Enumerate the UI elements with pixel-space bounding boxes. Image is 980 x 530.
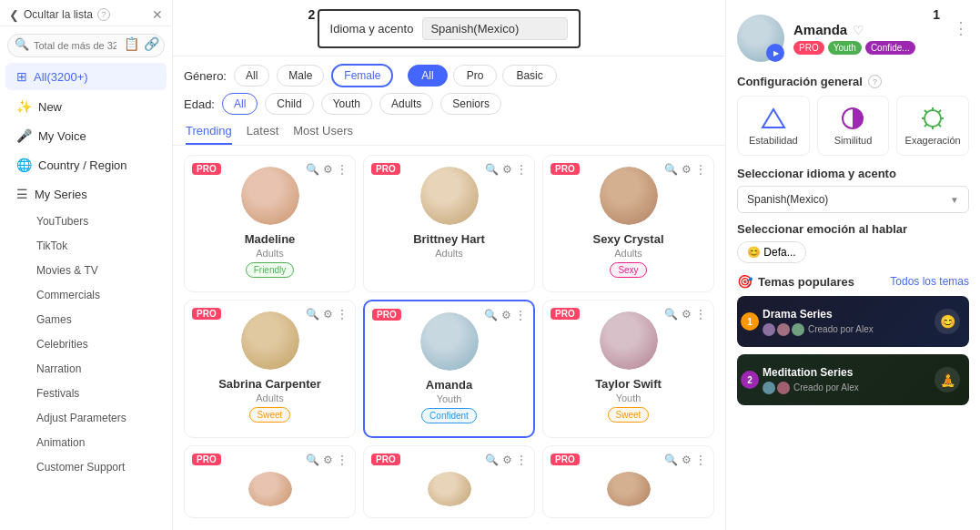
voice-age: Youth xyxy=(616,392,642,403)
age-all-btn[interactable]: All xyxy=(222,93,258,115)
panel-more-button[interactable]: ⋮ xyxy=(953,18,969,38)
voice-card-sexy-crystal[interactable]: PRO 🔍 ⚙ ⋮ Sexy Crystal Adults Sexy xyxy=(542,155,714,292)
age-adults-btn[interactable]: Adults xyxy=(379,93,433,115)
popular-icon: 🎯 xyxy=(737,274,753,289)
search-card-icon[interactable]: 🔍 xyxy=(664,163,678,176)
sidebar-sub-customer-support[interactable]: Customer Support xyxy=(5,455,167,478)
avatar xyxy=(420,167,479,225)
search-card-icon[interactable]: 🔍 xyxy=(485,454,499,466)
search-card-icon[interactable]: 🔍 xyxy=(664,454,678,466)
hide-list-button[interactable]: ❮ Ocultar la lista ? xyxy=(9,8,110,22)
play-button[interactable]: ▶ xyxy=(766,44,784,62)
type-basic-btn[interactable]: Basic xyxy=(502,65,556,87)
lang-select[interactable]: Spanish(Mexico) English(US) English(UK) … xyxy=(422,17,568,40)
pro-badge: PRO xyxy=(551,308,580,320)
ver-todos-link[interactable]: Todos los temas xyxy=(890,275,969,288)
sidebar-item-all[interactable]: ⊞ All(3200+) xyxy=(5,63,167,90)
voice-card-madeline[interactable]: PRO 🔍 ⚙ ⋮ Madeline Adults Friendly xyxy=(184,155,356,292)
sidebar-sub-tiktok[interactable]: TikTok xyxy=(5,234,167,257)
globe-icon: 🌐 xyxy=(16,158,32,172)
search-card-icon[interactable]: 🔍 xyxy=(306,163,319,176)
link-icon[interactable]: 🔗 xyxy=(144,36,159,51)
settings-card-icon[interactable]: ⚙ xyxy=(502,163,512,176)
sidebar-sub-celebrities[interactable]: Celebrities xyxy=(5,332,167,355)
more-card-icon[interactable]: ⋮ xyxy=(695,308,706,321)
config-stability[interactable]: Estabilidad xyxy=(737,96,810,156)
more-card-icon[interactable]: ⋮ xyxy=(337,454,348,466)
search-icon: 🔍 xyxy=(15,37,29,51)
sidebar-sub-festivals[interactable]: Festivals xyxy=(5,382,167,404)
sidebar-sub-animation[interactable]: Animation xyxy=(5,431,167,454)
search-card-icon[interactable]: 🔍 xyxy=(484,309,498,321)
sidebar-item-new[interactable]: ✨ New xyxy=(5,93,167,120)
settings-card-icon[interactable]: ⚙ xyxy=(682,308,692,321)
age-seniors-btn[interactable]: Seniors xyxy=(440,93,501,115)
settings-card-icon[interactable]: ⚙ xyxy=(323,308,333,321)
settings-card-icon[interactable]: ⚙ xyxy=(502,454,512,466)
settings-card-icon[interactable]: ⚙ xyxy=(682,454,692,466)
sidebar-sub-movies-tv[interactable]: Movies & TV xyxy=(5,259,167,281)
lang-dropdown[interactable]: Spanish(Mexico) ▼ xyxy=(737,186,969,213)
voice-tag: Friendly xyxy=(246,262,295,278)
more-card-icon[interactable]: ⋮ xyxy=(337,308,348,321)
type-pro-btn[interactable]: Pro xyxy=(453,65,498,87)
gender-male-btn[interactable]: Male xyxy=(277,65,324,87)
pro-badge: PRO xyxy=(371,454,400,465)
settings-card-icon[interactable]: ⚙ xyxy=(501,309,511,321)
sidebar-item-my-voice[interactable]: 🎤 My Voice xyxy=(5,122,167,149)
voice-card-taylor-swift[interactable]: PRO 🔍 ⚙ ⋮ Taylor Swift Youth Sweet xyxy=(542,300,714,439)
tab-trending[interactable]: Trending xyxy=(186,124,232,145)
upload-icon[interactable]: 📋 xyxy=(124,36,139,51)
config-exaggeration[interactable]: Exageración xyxy=(896,96,969,156)
settings-card-icon[interactable]: ⚙ xyxy=(682,163,692,176)
gender-all-btn[interactable]: All xyxy=(234,65,269,87)
pro-badge: PRO xyxy=(372,309,401,321)
more-card-icon[interactable]: ⋮ xyxy=(516,454,527,466)
sidebar-sub-games[interactable]: Games xyxy=(5,308,167,331)
search-card-icon[interactable]: 🔍 xyxy=(485,163,499,176)
sidebar-sub-narration[interactable]: Narration xyxy=(5,357,167,380)
tag-confide: Confide... xyxy=(865,41,915,55)
voice-card-sabrina[interactable]: PRO 🔍 ⚙ ⋮ Sabrina Carpenter Adults Sweet xyxy=(184,300,356,439)
more-card-icon[interactable]: ⋮ xyxy=(695,454,706,466)
sidebar-item-my-series[interactable]: ☰ My Series xyxy=(5,180,167,208)
type-all-btn[interactable]: All xyxy=(408,65,447,87)
more-card-icon[interactable]: ⋮ xyxy=(695,163,706,176)
tab-latest[interactable]: Latest xyxy=(247,124,278,145)
sidebar-sub-youtubers[interactable]: YouTubers xyxy=(5,209,167,232)
more-card-icon[interactable]: ⋮ xyxy=(515,309,526,321)
heart-icon[interactable]: ♡ xyxy=(853,23,864,37)
series-meditation-icon: 🧘 xyxy=(935,367,960,392)
series-card-drama[interactable]: 1 Drama Series Creado por Alex 😊 xyxy=(737,296,969,347)
sidebar-item-country-region[interactable]: 🌐 Country / Region xyxy=(5,151,167,178)
voice-age: Adults xyxy=(256,392,284,403)
voice-card-bottom1[interactable]: PRO 🔍 ⚙ ⋮ xyxy=(184,445,356,518)
similarity-icon xyxy=(840,106,865,131)
settings-card-icon[interactable]: ⚙ xyxy=(323,454,333,466)
close-button[interactable]: ✕ xyxy=(152,7,163,22)
voice-card-amanda[interactable]: PRO 🔍 ⚙ ⋮ Amanda Youth Confident xyxy=(363,300,535,439)
search-card-icon[interactable]: 🔍 xyxy=(664,308,678,321)
voice-card-bottom3[interactable]: PRO 🔍 ⚙ ⋮ xyxy=(542,445,714,518)
avatar xyxy=(241,311,299,370)
series-num-1: 1 xyxy=(741,312,759,331)
sidebar-sub-commercials[interactable]: Commercials xyxy=(5,283,167,306)
age-child-btn[interactable]: Child xyxy=(265,93,313,115)
config-section-title: Configuración general xyxy=(737,75,863,88)
voice-card-brittney[interactable]: PRO 🔍 ⚙ ⋮ Brittney Hart Adults xyxy=(363,155,535,292)
series-card-meditation[interactable]: 2 Meditation Series Creado por Alex 🧘 xyxy=(737,354,969,405)
search-card-icon[interactable]: 🔍 xyxy=(306,454,319,466)
config-similarity[interactable]: Similitud xyxy=(817,96,890,156)
age-youth-btn[interactable]: Youth xyxy=(321,93,372,115)
lang-dropdown-value: Spanish(Mexico) xyxy=(747,193,828,206)
settings-card-icon[interactable]: ⚙ xyxy=(323,163,333,176)
tab-most-users[interactable]: Most Users xyxy=(293,124,353,145)
gender-female-btn[interactable]: Female xyxy=(331,64,393,87)
voice-card-bottom2[interactable]: PRO 🔍 ⚙ ⋮ xyxy=(363,445,535,518)
sidebar-sub-adjust[interactable]: Adjust Parameters xyxy=(5,406,167,429)
more-card-icon[interactable]: ⋮ xyxy=(337,163,348,176)
help-icon: ? xyxy=(97,8,110,21)
search-card-icon[interactable]: 🔍 xyxy=(306,308,319,321)
more-card-icon[interactable]: ⋮ xyxy=(516,163,527,176)
emotion-default-tag[interactable]: 😊 Defa... xyxy=(737,241,806,263)
